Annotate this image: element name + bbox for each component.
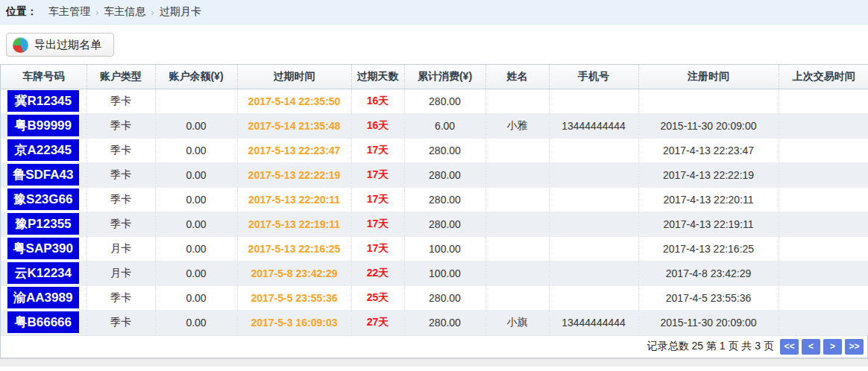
cell-days: 27天 — [351, 310, 404, 334]
cell-days: 17天 — [351, 236, 404, 261]
breadcrumb-link-owner-management[interactable]: 车主管理 — [48, 5, 90, 19]
cell-balance: 0.00 — [155, 236, 237, 261]
cell-name — [485, 261, 549, 285]
cell-consume: 100.00 — [404, 236, 485, 261]
cell-registered: 2015-11-30 20:09:00 — [638, 113, 779, 138]
expired-card-table: 车牌号码账户类型账户余额(¥)过期时间过期天数累计消费(¥)姓名手机号注册时间上… — [1, 65, 868, 335]
cell-last_trade — [779, 285, 868, 310]
license-plate[interactable]: 渝AA3989 — [7, 287, 79, 308]
cell-phone: 13444444444 — [549, 113, 638, 138]
cell-days: 25天 — [351, 285, 404, 310]
license-plate[interactable]: 京A22345 — [7, 139, 79, 161]
cell-plate: 鲁SDFA43 — [1, 162, 87, 187]
license-plate[interactable]: 鲁SDFA43 — [7, 164, 79, 186]
cell-days: 17天 — [351, 162, 404, 187]
cell-registered: 2017-4-5 23:55:36 — [638, 285, 779, 310]
cell-days: 17天 — [351, 187, 404, 212]
pagination-first-button[interactable]: << — [780, 339, 799, 355]
column-header-8: 注册时间 — [638, 65, 779, 89]
toolbar: 导出过期名单 — [0, 25, 868, 64]
cell-consume: 280.00 — [404, 138, 485, 162]
breadcrumb: 位置： 车主管理 › 车主信息 › 过期月卡 — [0, 0, 868, 25]
column-header-6: 姓名 — [485, 65, 549, 89]
license-plate[interactable]: 豫P12355 — [7, 213, 79, 235]
cell-days: 22天 — [351, 261, 404, 285]
license-plate[interactable]: 粤B66666 — [7, 311, 79, 333]
cell-plate: 云K12234 — [1, 261, 87, 285]
cell-name — [485, 138, 549, 162]
table-row: 豫P12355季卡0.002017-5-13 22:19:1117天280.00… — [1, 212, 868, 236]
column-header-3: 过期时间 — [237, 65, 351, 89]
cell-balance: 0.00 — [155, 113, 237, 138]
cell-type: 月卡 — [87, 236, 155, 261]
cell-last_trade — [779, 261, 868, 285]
column-header-0: 车牌号码 — [1, 65, 87, 89]
table-header-row: 车牌号码账户类型账户余额(¥)过期时间过期天数累计消费(¥)姓名手机号注册时间上… — [1, 65, 868, 89]
cell-expire: 2017-5-5 23:55:36 — [237, 285, 351, 310]
cell-name — [485, 285, 549, 310]
table-row: 鲁SDFA43季卡0.002017-5-13 22:22:1917天280.00… — [1, 162, 868, 187]
cell-plate: 粤B66666 — [1, 310, 87, 334]
cell-expire: 2017-5-14 22:35:50 — [237, 89, 351, 113]
pagination-buttons: <<<>>> — [777, 339, 864, 355]
cell-type: 季卡 — [87, 138, 155, 162]
pagination-summary: 记录总数 25 第 1 页 共 3 页 — [647, 340, 774, 353]
table-row: 云K12234月卡0.002017-5-8 23:42:2922天100.002… — [1, 261, 868, 285]
cell-consume: 280.00 — [404, 285, 485, 310]
export-expired-list-button[interactable]: 导出过期名单 — [6, 33, 114, 57]
cell-type: 季卡 — [87, 212, 155, 236]
cell-plate: 京A22345 — [1, 138, 87, 162]
cell-last_trade — [779, 236, 868, 261]
cell-type: 月卡 — [87, 261, 155, 285]
cell-balance: 0.00 — [155, 310, 237, 334]
cell-last_trade — [779, 89, 868, 113]
cell-balance: 0.00 — [155, 285, 237, 310]
cell-phone — [549, 236, 638, 261]
column-header-9: 上次交易时间 — [779, 65, 868, 89]
table-row: 冀R12345季卡2017-5-14 22:35:5016天280.00 — [1, 89, 868, 113]
cell-consume: 100.00 — [404, 261, 485, 285]
cell-registered: 2017-4-13 22:23:47 — [638, 138, 779, 162]
breadcrumb-link-expired-card[interactable]: 过期月卡 — [160, 5, 201, 19]
cell-consume: 280.00 — [404, 89, 485, 113]
pagination-last-button[interactable]: >> — [845, 339, 864, 355]
cell-last_trade — [779, 138, 868, 162]
cell-phone — [549, 162, 638, 187]
cell-balance: 0.00 — [155, 138, 237, 162]
cell-days: 17天 — [351, 138, 404, 162]
breadcrumb-link-owner-info[interactable]: 车主信息 — [104, 5, 145, 19]
cell-phone — [549, 261, 638, 285]
cell-expire: 2017-5-13 22:20:11 — [237, 187, 351, 212]
cell-balance: 0.00 — [155, 212, 237, 236]
table-header: 车牌号码账户类型账户余额(¥)过期时间过期天数累计消费(¥)姓名手机号注册时间上… — [1, 65, 868, 89]
pagination-next-button[interactable]: > — [823, 339, 842, 355]
cell-phone — [549, 89, 638, 113]
license-plate[interactable]: 云K12234 — [7, 262, 79, 284]
cell-plate: 粤SAP390 — [1, 236, 87, 261]
license-plate[interactable]: 豫S23G66 — [7, 188, 79, 210]
cell-consume: 280.00 — [404, 187, 485, 212]
cell-balance: 0.00 — [155, 187, 237, 212]
cell-plate: 豫P12355 — [1, 212, 87, 236]
cell-registered: 2017-4-8 23:42:29 — [638, 261, 779, 285]
pagination-prev-button[interactable]: < — [802, 339, 820, 355]
cell-balance: 0.00 — [155, 162, 237, 187]
license-plate[interactable]: 粤SAP390 — [7, 238, 79, 259]
cell-name — [485, 162, 549, 187]
cell-phone — [549, 187, 638, 212]
cell-expire: 2017-5-3 16:09:03 — [237, 310, 351, 334]
cell-name — [485, 236, 549, 261]
cell-type: 季卡 — [87, 89, 155, 113]
cell-days: 16天 — [351, 89, 404, 113]
cell-expire: 2017-5-14 21:35:48 — [237, 113, 351, 138]
cell-type: 季卡 — [87, 187, 155, 212]
license-plate[interactable]: 冀R12345 — [7, 90, 79, 112]
license-plate[interactable]: 粤B99999 — [7, 115, 79, 136]
breadcrumb-separator-icon: › — [151, 7, 154, 18]
cell-days: 17天 — [351, 212, 404, 236]
cell-last_trade — [779, 187, 868, 212]
cell-last_trade — [779, 162, 868, 187]
table-row: 京A22345季卡0.002017-5-13 22:23:4717天280.00… — [1, 138, 868, 162]
cell-registered: 2017-4-13 22:16:25 — [638, 236, 779, 261]
cell-phone — [549, 285, 638, 310]
